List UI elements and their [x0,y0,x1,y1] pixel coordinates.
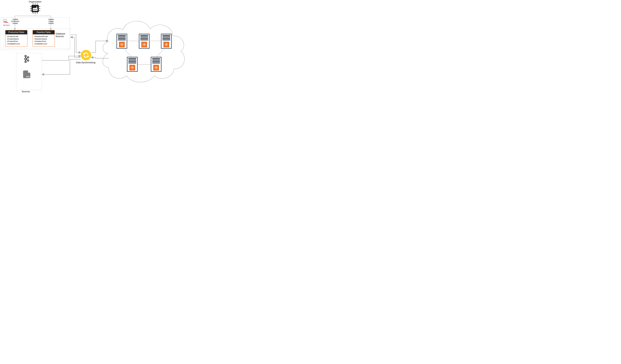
svg-rect-68 [133,67,134,68]
server-icon [161,34,172,49]
svg-rect-60 [165,43,166,44]
svg-rect-56 [166,43,166,44]
svg-rect-42 [120,43,121,44]
factory-chip-icon [30,3,40,14]
svg-rect-44 [120,45,121,46]
svg-rect-38 [121,43,122,44]
svg-rect-67 [131,67,131,68]
svg-rect-78 [155,66,155,67]
svg-line-35 [26,58,27,58]
svg-rect-23 [33,9,34,10]
svg-rect-48 [144,46,144,46]
gear-icon [163,42,169,47]
field: +AvailableCount [34,43,53,45]
field: +PawItemPrice [34,40,53,43]
field: +ProductName [7,38,26,40]
svg-line-3 [156,49,164,57]
server-icon [127,57,138,72]
field: +RawItemName [34,38,53,40]
svg-rect-77 [157,67,158,68]
svg-rect-79 [157,66,157,67]
svg-rect-41 [123,44,123,45]
svg-rect-50 [145,44,146,45]
update-production-label: Update Production Details [10,18,21,24]
server-icon [117,34,127,49]
svg-rect-58 [165,44,165,45]
field: +RawItemRCode [34,35,53,38]
data-sync-label: Data Synchronizing [73,61,98,64]
svg-rect-24 [35,9,35,10]
field: +ProductPrice [7,40,26,43]
svg-rect-51 [143,43,143,44]
gear-icon [119,42,125,47]
production-table-card: ProductionTable +ProductCode +ProductNam… [5,30,27,47]
svg-rect-39 [121,46,122,46]
server-icon [151,57,161,72]
svg-rect-75 [156,69,156,69]
sources-label: Sources [20,90,32,93]
architecture-diagram: Organization [0,0,189,98]
production-table-fields: +ProductCode +ProductName +ProductPrice … [5,34,27,47]
svg-rect-47 [144,43,144,44]
svg-point-29 [25,58,27,60]
svg-rect-52 [145,43,146,44]
svg-rect-61 [167,43,168,44]
rawitem-table-card: RawItemTable +RawItemRCode +RawItemName … [33,30,55,47]
svg-rect-45 [122,45,123,46]
svg-rect-53 [143,45,143,46]
svg-point-28 [25,55,26,57]
kafka-icon [23,55,29,63]
svg-rect-76 [154,67,155,68]
svg-rect-74 [156,66,156,67]
svg-rect-43 [122,43,123,44]
http-file-icon: HTTP [23,70,30,78]
svg-rect-66 [132,69,132,69]
field: +AvailableCount [7,43,26,45]
svg-point-46 [144,44,145,45]
sync-icon [81,50,91,60]
svg-line-2 [124,49,132,57]
svg-rect-63 [167,45,168,46]
svg-rect-40 [120,44,121,45]
svg-rect-25 [36,9,36,10]
svg-rect-22 [36,6,37,9]
svg-rect-70 [133,66,134,67]
svg-point-30 [25,61,26,63]
server-icon [139,34,150,49]
svg-point-37 [121,44,122,45]
gear-icon [141,42,147,47]
svg-rect-81 [157,68,157,69]
svg-rect-62 [165,45,166,46]
sqlserver-label: SQL Server [2,25,11,26]
svg-point-64 [132,67,133,68]
rawitem-table-fields: +RawItemRCode +RawItemName +PawItemPrice… [33,34,54,47]
svg-line-36 [26,60,27,60]
rawitem-table-title: RawItemTable [33,30,54,34]
field: +ProductCode [7,35,26,38]
svg-rect-80 [155,68,155,69]
svg-rect-69 [131,66,132,67]
svg-point-55 [166,44,167,45]
svg-rect-54 [145,45,146,46]
http-tag-label: HTTP [26,76,30,78]
update-usage-label: Update Usage Details [47,18,55,24]
svg-rect-72 [133,68,134,69]
svg-rect-71 [131,68,132,69]
svg-point-73 [155,67,157,68]
production-table-title: ProductionTable [5,30,27,34]
database-sources-label: Database Sources [56,32,68,38]
gear-icon [129,65,135,70]
gear-icon [153,65,159,70]
cloud-icon [103,21,184,82]
organization-label: Organization [29,0,41,3]
svg-rect-59 [167,44,168,45]
svg-rect-49 [142,44,143,45]
svg-rect-65 [132,66,132,67]
svg-rect-57 [166,46,166,46]
